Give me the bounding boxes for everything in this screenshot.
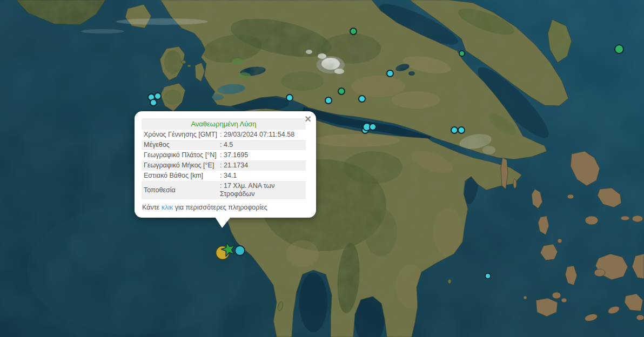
latitude-value: : 37.1695 — [220, 151, 304, 159]
popup-row-depth: Εστιακό Βάθος [km] : 34.1 — [142, 171, 306, 181]
latitude-label: Γεωγραφικό Πλάτος [°N] — [144, 151, 220, 159]
earthquake-marker[interactable] — [150, 99, 157, 106]
origin-time-label: Χρόνος Γέννησης [GMT] — [144, 131, 220, 139]
footer-text-post: για περισσότερες πληροφορίες — [173, 204, 267, 211]
earthquake-marker[interactable] — [350, 28, 357, 35]
earthquake-marker[interactable] — [338, 87, 345, 95]
longitude-label: Γεωγραφικό Μήκος [°E] — [144, 161, 220, 170]
earthquake-marker[interactable] — [325, 97, 332, 104]
earthquake-marker[interactable] — [358, 95, 366, 103]
longitude-value: : 21.1734 — [220, 161, 304, 170]
footer-text-pre: Κάντε — [142, 204, 162, 211]
popup-close-button[interactable]: × — [305, 114, 311, 124]
earthquake-marker[interactable] — [451, 126, 458, 134]
origin-time-value: : 29/03/2024 07:11:54.58 — [220, 131, 304, 139]
earthquake-marker[interactable] — [458, 126, 465, 134]
location-value: : 17 Χλμ. ΑΝΑ των Στροφάδων — [220, 182, 304, 198]
depth-label: Εστιακό Βάθος [km] — [144, 172, 220, 180]
earthquake-marker[interactable] — [286, 94, 293, 102]
popup-row-location: Τοποθεσία : 17 Χλμ. ΑΝΑ των Στροφάδων — [142, 181, 306, 199]
magnitude-value: : 4.5 — [220, 141, 304, 149]
magnitude-label: Μέγεθος — [144, 141, 220, 149]
popup-row-longitude: Γεωγραφικό Μήκος [°E] : 21.1734 — [142, 160, 306, 171]
popup-title: Αναθεωρημένη Λύση — [142, 118, 306, 130]
more-info-link[interactable]: κλικ — [162, 204, 173, 211]
map-canvas[interactable]: × Αναθεωρημένη Λύση Χρόνος Γέννησης [GMT… — [0, 0, 644, 337]
location-label: Τοποθεσία — [144, 186, 220, 194]
earthquake-marker[interactable] — [459, 50, 465, 57]
popup-row-latitude: Γεωγραφικό Πλάτος [°N] : 37.1695 — [142, 150, 306, 160]
popup-footer: Κάντε κλικ για περισσότερες πληροφορίες — [142, 203, 306, 212]
earthquake-marker[interactable] — [614, 44, 624, 54]
popup-row-origin-time: Χρόνος Γέννησης [GMT] : 29/03/2024 07:11… — [142, 130, 306, 140]
marker-layer — [0, 0, 644, 337]
earthquake-marker[interactable] — [386, 70, 394, 77]
selected-earthquake-marker[interactable] — [208, 237, 247, 265]
depth-value: : 34.1 — [220, 172, 304, 180]
earthquake-info-popup: × Αναθεωρημένη Λύση Χρόνος Γέννησης [GMT… — [135, 111, 316, 218]
earthquake-marker[interactable] — [485, 273, 491, 279]
earthquake-marker[interactable] — [369, 123, 377, 131]
popup-row-magnitude: Μέγεθος : 4.5 — [142, 140, 306, 150]
